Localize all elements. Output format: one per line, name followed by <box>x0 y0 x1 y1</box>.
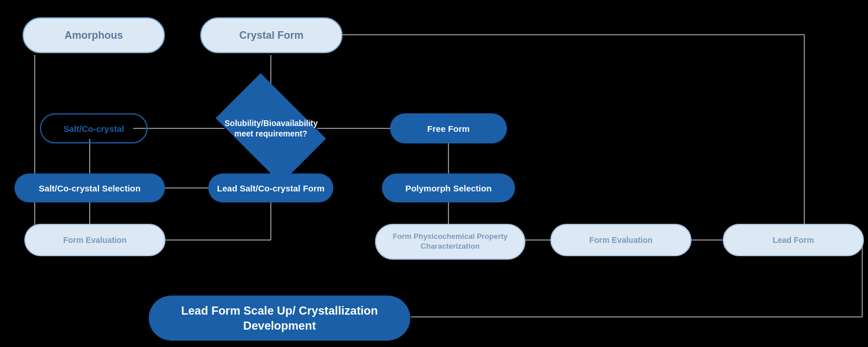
form-evaluation-left-label: Form Evaluation <box>63 235 127 245</box>
amorphous-label: Amorphous <box>65 29 123 42</box>
salt-cocrystal-selection-node: Salt/Co-crystal Selection <box>14 174 165 202</box>
form-physicochemical-label: Form Physicochemical Property Characteri… <box>376 232 524 252</box>
lead-salt-cocrystal-form-node: Lead Salt/Co-crystal Form <box>208 174 333 202</box>
lead-salt-cocrystal-form-label: Lead Salt/Co-crystal Form <box>217 183 325 193</box>
diamond-node: Solubility/Bioavailability meet requirem… <box>225 97 317 160</box>
polymorph-selection-node: Polymorph Selection <box>382 174 515 202</box>
lead-form-scale-up-label: Lead Form Scale Up/ Crystallization Deve… <box>149 303 410 333</box>
diamond-text: Solubility/Bioavailability meet requirem… <box>225 118 317 139</box>
form-evaluation-right-label: Form Evaluation <box>589 235 653 245</box>
lead-form-label: Lead Form <box>773 235 814 245</box>
solubility-label: Solubility/Bioavailability meet requirem… <box>225 119 318 138</box>
polymorph-selection-label: Polymorph Selection <box>405 183 491 193</box>
amorphous-node: Amorphous <box>23 17 165 53</box>
form-evaluation-right-node: Form Evaluation <box>550 224 692 256</box>
free-form-label: Free Form <box>427 124 469 134</box>
lead-form-node: Lead Form <box>723 224 864 256</box>
crystal-form-label: Crystal Form <box>239 29 303 42</box>
salt-cocrystal-label: Salt/Co-crystal <box>63 124 124 134</box>
crystal-form-node: Crystal Form <box>200 17 343 53</box>
salt-cocrystal-node: Salt/Co-crystal <box>40 113 148 143</box>
free-form-node: Free Form <box>390 113 507 143</box>
lead-form-scale-up-node: Lead Form Scale Up/ Crystallization Deve… <box>149 296 410 341</box>
form-physicochemical-node: Form Physicochemical Property Characteri… <box>375 224 525 260</box>
salt-cocrystal-selection-label: Salt/Co-crystal Selection <box>39 183 141 193</box>
diagram: Amorphous Crystal Form Salt/Co-crystal S… <box>0 0 868 347</box>
form-evaluation-left-node: Form Evaluation <box>24 224 165 256</box>
